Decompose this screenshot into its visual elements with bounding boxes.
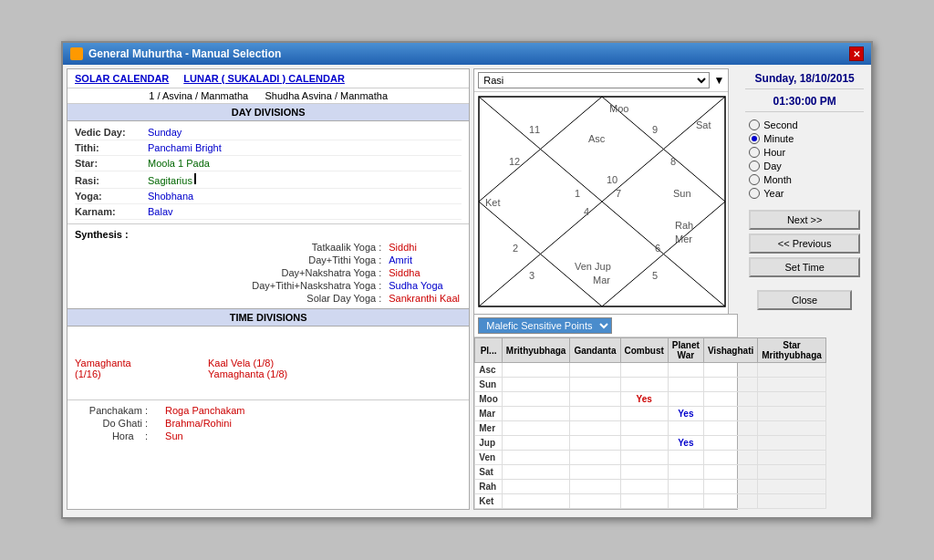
col-planet: Pl... xyxy=(475,338,503,363)
hora-value: Sun xyxy=(165,430,183,441)
table-cell: Rah xyxy=(475,480,503,494)
table-cell xyxy=(570,480,620,494)
tithi-label: Tithi: xyxy=(75,142,148,153)
calendar-links: SOLAR CALENDAR LUNAR ( SUKALADI ) CALEND… xyxy=(67,69,469,88)
rasi-value: Sagitarius xyxy=(148,175,192,186)
radio-hour-label: Hour xyxy=(763,147,785,158)
synthesis-items: Tatkaalik Yoga : Siddhi Day+Tithi Yoga :… xyxy=(75,241,462,305)
navigation-buttons: Next >> << Previous Set Time xyxy=(745,206,864,281)
table-cell xyxy=(570,465,620,480)
table-cell xyxy=(668,480,703,494)
time-divisions-content: Yamaghanta(1/16) Kaal Vela (1/8)Yamaghan… xyxy=(67,327,469,399)
svg-text:12: 12 xyxy=(509,156,520,167)
panchakam-row: Panchakam : Roga Panchakam xyxy=(75,404,462,417)
table-cell xyxy=(668,378,703,392)
previous-button[interactable]: << Previous xyxy=(749,233,860,254)
main-window: General Muhurtha - Manual Selection ✕ SO… xyxy=(61,41,873,519)
svg-text:9: 9 xyxy=(652,124,658,135)
panchakam-section: Panchakam : Roga Panchakam Do Ghati : Br… xyxy=(67,399,469,446)
table-cell xyxy=(502,392,570,407)
table-cell xyxy=(502,421,570,436)
do-ghati-row: Do Ghati : Brahma/Rohini xyxy=(75,417,462,430)
table-cell xyxy=(620,407,668,421)
table-cell xyxy=(570,378,620,392)
table-cell xyxy=(570,421,620,436)
do-ghati-label: Do Ghati : xyxy=(75,418,148,429)
chart-canvas: 11 12 Asc 9 8 Ket 1 4 7 xyxy=(474,92,728,314)
time-divisions-section: TIME DIVISIONS Yamaghanta(1/16) Kaal Vel… xyxy=(67,308,469,399)
yoga-value: Shobhana xyxy=(148,191,193,202)
sensitive-header: Malefic Sensitive Points xyxy=(474,315,737,337)
time-div-left: Yamaghanta(1/16) xyxy=(75,330,193,396)
sensitive-points-select[interactable]: Malefic Sensitive Points xyxy=(478,317,612,334)
vedic-day-row: Vedic Day: Sunday xyxy=(75,125,462,140)
radio-second-circle[interactable] xyxy=(749,119,760,130)
svg-text:2: 2 xyxy=(513,243,518,254)
panchakam-label: Panchakam : xyxy=(75,405,148,416)
table-cell xyxy=(570,451,620,465)
chart-header: Rasi ▼ xyxy=(474,69,728,92)
synth-row-3: Day+Tithi+Naskshatra Yoga : Sudha Yoga xyxy=(75,279,462,292)
table-cell: Moo xyxy=(475,392,503,407)
window-close-button[interactable]: ✕ xyxy=(849,47,864,61)
svg-text:Rah: Rah xyxy=(675,220,693,231)
table-cell xyxy=(570,436,620,451)
svg-text:Sun: Sun xyxy=(673,188,691,199)
karnam-row: Karnam: Balav xyxy=(75,204,462,220)
vedic-day-value: Sunday xyxy=(148,127,182,138)
lunar-calendar-link[interactable]: LUNAR ( SUKALADI ) CALENDAR xyxy=(183,73,345,84)
yoga-row: Yoga: Shobhana xyxy=(75,189,462,204)
table-cell: Ket xyxy=(475,494,503,509)
radio-minute-circle[interactable] xyxy=(749,133,760,144)
table-cell xyxy=(668,451,703,465)
table-cell xyxy=(620,465,668,480)
calendar-subtitle: 1 / Asvina / Manmatha Shudha Asvina / Ma… xyxy=(67,88,469,104)
table-cell: Yes xyxy=(620,392,668,407)
radio-hour-circle[interactable] xyxy=(749,147,760,158)
radio-second-label: Second xyxy=(763,119,797,130)
solar-calendar-link[interactable]: SOLAR CALENDAR xyxy=(75,73,169,84)
table-cell: Sat xyxy=(475,465,503,480)
next-button[interactable]: Next >> xyxy=(749,210,860,230)
panchakam-value: Roga Panchakam xyxy=(165,405,244,416)
svg-text:Moo: Moo xyxy=(609,103,628,114)
radio-month-label: Month xyxy=(763,174,792,185)
radio-day[interactable]: Day xyxy=(749,161,860,171)
table-cell xyxy=(502,407,570,421)
radio-hour[interactable]: Hour xyxy=(749,147,860,158)
table-cell xyxy=(668,494,703,509)
table-cell: Mer xyxy=(475,421,503,436)
synth-row-0: Tatkaalik Yoga : Siddhi xyxy=(75,241,462,254)
main-content: SOLAR CALENDAR LUNAR ( SUKALADI ) CALEND… xyxy=(63,65,871,517)
radio-minute[interactable]: Minute xyxy=(749,133,860,144)
radio-second[interactable]: Second xyxy=(749,119,860,130)
radio-month[interactable]: Month xyxy=(749,174,860,185)
radio-day-circle[interactable] xyxy=(749,161,760,171)
table-cell xyxy=(570,363,620,378)
chart-type-select[interactable]: Rasi xyxy=(478,72,710,88)
col-planet-war: Planet War xyxy=(668,338,703,363)
title-bar: General Muhurtha - Manual Selection ✕ xyxy=(63,43,871,65)
cursor xyxy=(194,173,196,184)
table-cell xyxy=(620,363,668,378)
svg-text:Mar: Mar xyxy=(593,275,610,285)
radio-month-circle[interactable] xyxy=(749,174,760,185)
table-cell xyxy=(620,436,668,451)
table-cell xyxy=(668,421,703,436)
close-button[interactable]: Close xyxy=(757,290,852,310)
svg-text:10: 10 xyxy=(607,174,617,185)
svg-text:1: 1 xyxy=(575,188,580,199)
table-cell xyxy=(668,392,703,407)
radio-year-circle[interactable] xyxy=(749,188,760,199)
radio-day-label: Day xyxy=(763,161,782,171)
right-panel: Sunday, 18/10/2015 01:30:00 PM Second Mi… xyxy=(742,68,867,510)
radio-year[interactable]: Year xyxy=(749,188,860,199)
table-cell xyxy=(668,465,703,480)
set-time-button[interactable]: Set Time xyxy=(749,257,860,277)
radio-year-label: Year xyxy=(763,188,784,199)
day-divisions-header: DAY DIVISIONS xyxy=(67,104,469,121)
tithi-value: Panchami Bright xyxy=(148,142,222,153)
table-cell xyxy=(620,421,668,436)
date-display: Sunday, 18/10/2015 xyxy=(745,72,864,89)
sensitive-points-section: Malefic Sensitive Points Pl... Mrithyubh… xyxy=(473,314,738,510)
